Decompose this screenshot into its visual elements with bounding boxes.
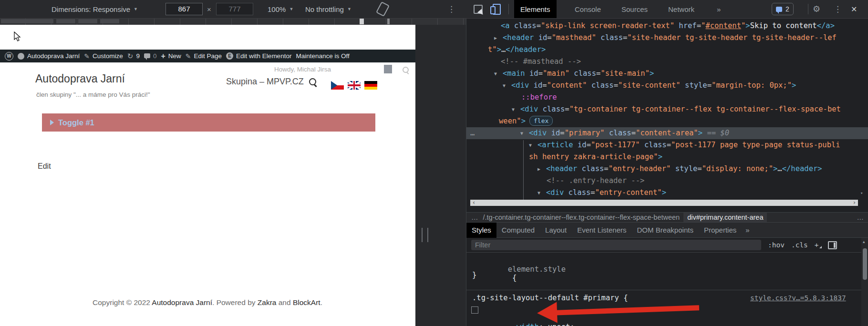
scroll-up-arrow-icon[interactable]: ▴	[863, 239, 865, 244]
sidebar-tab-styles[interactable]: Styles	[466, 223, 496, 238]
code-token: ween"	[499, 117, 521, 125]
adminbar-item-autodoprava-jarn-[interactable]: Autodoprava Jarní	[18, 52, 80, 60]
tree-row-selected[interactable]: …▼<div id="primary" class="content-area"…	[466, 127, 868, 139]
flex-badge[interactable]: flex	[529, 116, 553, 126]
expand-arrow-icon[interactable]: ▶	[537, 163, 540, 175]
collapse-arrow-icon[interactable]: ▼	[537, 187, 540, 199]
throttling-dropdown[interactable]: No throttling ▼	[305, 0, 351, 18]
tree-row[interactable]: ▼<div class="entry-content">	[466, 187, 868, 199]
resize-grip[interactable]	[422, 228, 428, 242]
close-brace: }	[472, 271, 476, 279]
sidebar-tab-properties[interactable]: Properties	[699, 223, 742, 238]
breadcrumb-item[interactable]: /.tg-container.tg-container--flex.tg-con…	[483, 214, 680, 221]
zoom-dropdown[interactable]: 100% ▼	[268, 0, 293, 18]
breadcrumb-overflow-right[interactable]: …	[852, 214, 868, 221]
tree-row[interactable]: ▼<div id="content" class="site-content" …	[466, 80, 868, 92]
adminbar-item-new[interactable]: +New	[161, 52, 181, 61]
adminbar-item-maintenance-is-off[interactable]: Maintenance is Off	[296, 52, 349, 60]
expand-arrow-icon[interactable]: ▶	[494, 32, 497, 44]
breadcrumb: … /.tg-container.tg-container--flex.tg-c…	[466, 212, 868, 223]
settings-gear-button[interactable]: ⚙	[813, 0, 820, 18]
tree-row[interactable]: <a class="skip-link screen-reader-text" …	[466, 20, 868, 32]
tree-row[interactable]: ▶<header id="masthead" class="site-heade…	[466, 32, 868, 44]
tab-network[interactable]: Network	[662, 0, 701, 18]
close-devtools-button[interactable]: ✕	[851, 0, 857, 18]
ruler-segment	[78, 19, 97, 23]
viewport-height-input[interactable]: 777	[216, 3, 253, 15]
copyright-segment: . Powered by	[212, 298, 258, 306]
new-style-rule-button[interactable]: +	[815, 241, 821, 249]
tree-row[interactable]: ::before	[466, 92, 868, 103]
adminbar-item-edit-page[interactable]: ✎Edit Page	[186, 52, 222, 60]
horizontal-scrollbar[interactable]: ‹ ›	[470, 200, 858, 206]
breadcrumb-overflow-left[interactable]: …	[466, 214, 483, 221]
adminbar-item-customize[interactable]: ✎Customize	[84, 52, 123, 60]
scroll-left-arrow-icon[interactable]: ‹	[470, 200, 477, 206]
more-tabs-button[interactable]: »	[711, 0, 727, 18]
code-token: =	[667, 141, 671, 149]
sidebar-tab-dom-breakpoints[interactable]: DOM Breakpoints	[632, 223, 699, 238]
tree-row[interactable]: sh hentry zakra-article-page">	[466, 151, 868, 163]
toggle-hover-state-button[interactable]: :hov	[768, 241, 785, 249]
adminbar-item-edit-with-elementor[interactable]: EEdit with Elementor	[226, 52, 291, 60]
rotate-viewport-button[interactable]	[378, 0, 387, 18]
code-token: "site-content"	[618, 81, 681, 90]
sidebar-tab-event-listeners[interactable]: Event Listeners	[572, 223, 631, 238]
avatar[interactable]	[384, 65, 392, 73]
tree-row[interactable]: ▼<div class="tg-container tg-container--…	[466, 103, 868, 115]
tree-row[interactable]: ▼<main id="main" class="site-main">	[466, 68, 868, 80]
inspect-element-button[interactable]	[474, 0, 483, 18]
dimensions-dropdown[interactable]: Dimensions: Responsive ▼	[52, 0, 138, 18]
collapse-arrow-icon[interactable]: ▼	[494, 68, 497, 80]
stylesheet-source-link[interactable]: style.css?v…=5.8.3:1837	[750, 294, 846, 302]
copyright-segment: BlockArt	[293, 298, 320, 306]
mouse-cursor	[12, 31, 23, 42]
device-toolbar-menu-button[interactable]: ⋮	[447, 0, 455, 18]
tree-row[interactable]: <!-- #masthead -->	[466, 56, 868, 68]
tree-row[interactable]: ▼<article id="post-1177" class="post-117…	[466, 139, 868, 151]
collapse-arrow-icon[interactable]: ▼	[503, 80, 506, 92]
computed-sidebar-toggle-icon[interactable]	[828, 241, 837, 249]
filter-input[interactable]: Filter	[471, 240, 761, 250]
sidebar-tab-computed[interactable]: Computed	[496, 223, 540, 238]
edit-link[interactable]: Edit	[38, 162, 51, 171]
devtools-menu-button[interactable]: ⋮	[834, 0, 842, 18]
viewport-width-input[interactable]: 867	[165, 3, 203, 15]
collapse-arrow-icon[interactable]: ▼	[512, 103, 515, 115]
tree-row-code: t">…</header>	[488, 45, 546, 54]
collapse-arrow-icon[interactable]: ▼	[520, 127, 523, 139]
nav-menu-item[interactable]: Skupina – MPVP.CZ	[226, 77, 304, 87]
vertical-scrollbar[interactable]: ▴	[861, 238, 868, 326]
breadcrumb-item-current[interactable]: div#primary.content-area	[683, 213, 767, 222]
german-flag-icon[interactable]	[364, 81, 377, 90]
toggle-accordion-header[interactable]: Toggle #1	[42, 113, 375, 132]
howdy-greeting[interactable]: Howdy, Michal Jirsa	[274, 66, 331, 73]
tree-row[interactable]: t">…</header>	[466, 44, 868, 56]
czech-flag-icon[interactable]	[331, 81, 344, 90]
adminbar-item-logo[interactable]: W	[5, 52, 13, 61]
sidebar-more-tabs-button[interactable]: »	[742, 226, 753, 234]
admin-search-icon[interactable]	[403, 67, 409, 73]
issues-badge[interactable]: 2	[772, 3, 794, 15]
scroll-down-arrow-icon[interactable]: ▾	[860, 191, 863, 195]
adminbar-item-9[interactable]: ↻9	[127, 52, 140, 61]
adminbar-item-0[interactable]: 0	[144, 52, 157, 60]
sidebar-tab-layout[interactable]: Layout	[540, 223, 572, 238]
tree-row[interactable]: <!-- .entry-header -->	[466, 175, 868, 187]
tree-row[interactable]: ween">flex	[466, 115, 868, 127]
tab-elements[interactable]: Elements	[514, 0, 557, 18]
toggle-device-toolbar-button[interactable]	[493, 0, 501, 18]
uk-flag-icon[interactable]	[348, 81, 361, 90]
toggle-class-button[interactable]: .cls	[791, 241, 808, 249]
scroll-right-arrow-icon[interactable]: ›	[851, 200, 858, 206]
tab-sources[interactable]: Sources	[615, 0, 654, 18]
tree-row[interactable]: ▶<header class="entry-header" style="dis…	[466, 163, 868, 175]
element-style-rule[interactable]: element.style {	[472, 256, 566, 291]
scrollbar-thumb[interactable]	[863, 248, 867, 280]
site-title[interactable]: Autodoprava Jarní	[35, 72, 125, 85]
tab-console[interactable]: Console	[568, 0, 607, 18]
search-icon[interactable]	[309, 78, 316, 85]
row-overflow-menu[interactable]: …	[470, 127, 475, 139]
code-token: >	[658, 153, 662, 161]
collapse-arrow-icon[interactable]: ▼	[529, 139, 532, 151]
